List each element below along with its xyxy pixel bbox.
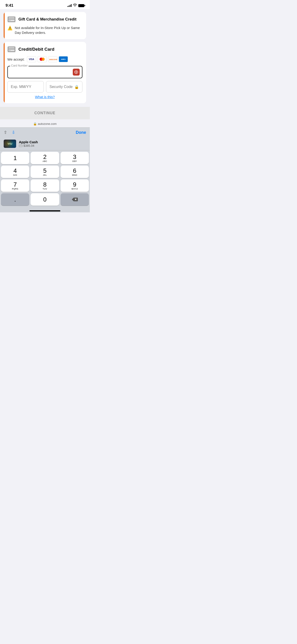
status-bar: 9:41 (0, 0, 90, 9)
continue-button[interactable]: CONTINUE (0, 107, 90, 119)
expiry-security-row: 🔒 (7, 81, 82, 92)
done-button[interactable]: Done (76, 130, 86, 135)
keyboard-row-2: 4 GHI 5 JKL 6 MNO (1, 166, 89, 178)
home-bar (30, 210, 60, 212)
credit-card-header: Credit/Debit Card (7, 46, 82, 52)
key-6[interactable]: 6 MNO (60, 166, 89, 178)
card-number-input[interactable] (7, 66, 82, 78)
key-3[interactable]: 3 DEF (60, 152, 89, 164)
svg-point-11 (76, 72, 77, 72)
domain-bar: 🔒 autozone.com (0, 120, 90, 127)
accept-row: We accept: VISA DISCOVER AMEX (7, 56, 82, 62)
gift-card-header: Gift Card & Merchandise Credit (7, 16, 82, 22)
apple-cash-balance-amount: $385.04 (24, 144, 34, 148)
keyboard-row-1: 1 2 ABC 3 DEF (1, 152, 89, 164)
what-is-this-row: What is this? (7, 95, 82, 99)
credit-card-title: Credit/Debit Card (18, 47, 54, 52)
svg-rect-14 (19, 145, 22, 146)
security-code-field[interactable]: 🔒 (46, 81, 82, 92)
gift-card-title: Gift Card & Merchandise Credit (18, 17, 76, 22)
visa-logo: VISA (27, 56, 36, 62)
svg-rect-4 (8, 48, 15, 50)
scan-card-button[interactable] (73, 69, 80, 76)
svg-rect-2 (9, 20, 10, 21)
delete-icon (71, 197, 78, 202)
prev-field-button[interactable]: ⇧ (4, 130, 7, 135)
lock-small-icon: 🔒 (33, 122, 37, 126)
key-period[interactable]: . (1, 193, 29, 206)
security-code-input[interactable] (50, 85, 74, 89)
key-delete[interactable] (60, 193, 89, 206)
key-9[interactable]: 9 WXYZ (60, 180, 89, 192)
expiry-input[interactable] (11, 85, 40, 89)
svg-text:DISCOVER: DISCOVER (49, 58, 57, 60)
discover-logo: DISCOVER (48, 56, 57, 62)
accept-label: We accept: (7, 57, 25, 61)
apple-cash-card-icon: VISA (4, 140, 16, 148)
left-accent-bar (4, 12, 4, 39)
key-1[interactable]: 1 (1, 152, 29, 164)
gift-card-icon (7, 16, 16, 22)
home-indicator (0, 208, 90, 212)
left-accent-bar-2 (4, 42, 4, 103)
svg-rect-1 (8, 18, 15, 20)
key-4[interactable]: 4 GHI (1, 166, 29, 178)
credit-card-section: Credit/Debit Card We accept: VISA DISCOV… (4, 42, 86, 103)
battery-icon (78, 4, 84, 7)
signal-icon (68, 4, 72, 7)
wifi-icon (73, 4, 77, 7)
amex-logo: AMEX (59, 56, 68, 62)
svg-rect-5 (9, 50, 10, 51)
status-icons (68, 4, 84, 7)
nav-arrows: ⇧ ⇩ (4, 130, 15, 135)
credit-card-icon (7, 46, 16, 52)
key-2[interactable]: 2 ABC (30, 152, 59, 164)
next-field-button[interactable]: ⇩ (12, 130, 15, 135)
numeric-keyboard: 1 2 ABC 3 DEF 4 GHI 5 JKL 6 MNO 7 PQRS 8 (0, 150, 90, 208)
expiry-field[interactable] (7, 81, 44, 92)
apple-cash-name: Apple Cash (19, 140, 38, 144)
apple-cash-suggestion[interactable]: VISA Apple Cash $385.04 (0, 137, 90, 150)
warning-icon: ⚠️ (7, 26, 12, 31)
key-7[interactable]: 7 PQRS (1, 180, 29, 192)
apple-cash-design (4, 140, 16, 148)
card-logos: VISA DISCOVER AMEX (27, 56, 68, 62)
apple-cash-balance-row: $385.04 (19, 144, 38, 148)
lock-icon: 🔒 (74, 85, 79, 89)
apple-cash-info: Apple Cash $385.04 (19, 140, 38, 148)
key-8[interactable]: 8 TUV (30, 180, 59, 192)
keyboard-row-3: 7 PQRS 8 TUV 9 WXYZ (1, 180, 89, 192)
card-number-label: Card Number (10, 64, 28, 67)
warning-text: Not available for In-Store Pick Up or Sa… (15, 25, 82, 35)
warning-row: ⚠️ Not available for In-Store Pick Up or… (7, 25, 82, 35)
what-is-this-link[interactable]: What is this? (35, 95, 55, 99)
status-time: 9:41 (6, 3, 13, 8)
gift-card-section: Gift Card & Merchandise Credit ⚠️ Not av… (4, 12, 86, 39)
keyboard-row-4: . 0 (1, 193, 89, 206)
key-0[interactable]: 0 (30, 193, 59, 206)
scroll-area: Gift Card & Merchandise Credit ⚠️ Not av… (0, 12, 90, 127)
mastercard-logo (38, 56, 47, 62)
domain-text: autozone.com (38, 122, 57, 126)
card-number-group[interactable]: Card Number (7, 66, 82, 78)
key-5[interactable]: 5 JKL (30, 166, 59, 178)
keyboard-toolbar: ⇧ ⇩ Done (0, 127, 90, 137)
card-small-icon (19, 145, 22, 147)
